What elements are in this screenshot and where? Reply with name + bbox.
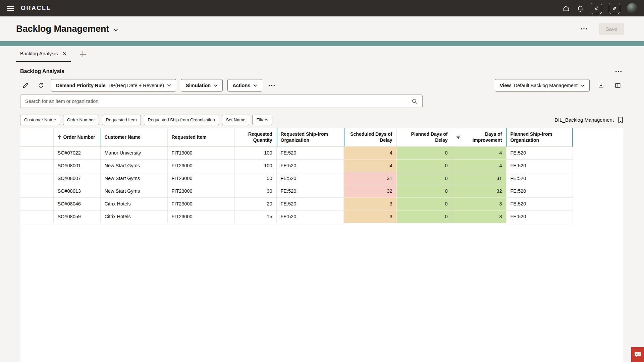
chip-customer-name[interactable]: Customer Name <box>20 115 60 125</box>
requested-item-cell: FIT23000 <box>167 210 234 223</box>
header-requested-quantity[interactable]: Requested Quantity <box>234 128 276 146</box>
table-row[interactable]: SO#08013 New Start Gyms FIT23000 30 FE:5… <box>20 185 573 197</box>
order-number-cell: SO#08059 <box>53 210 100 223</box>
header-planned-days-of-delay[interactable]: Planned Days of Delay <box>396 128 452 146</box>
tab-close-icon[interactable] <box>63 52 67 56</box>
pencil-icon <box>22 82 29 89</box>
days-improvement-cell: 4 <box>452 159 506 172</box>
demand-priority-rule-dropdown[interactable]: Demand Priority Rule DP(Req Date + Reven… <box>51 79 176 92</box>
actions-dropdown[interactable]: Actions <box>227 79 262 92</box>
planned-ship-from-cell: FE:520 <box>506 210 573 223</box>
planned-ship-from-cell: FE:520 <box>506 197 573 210</box>
header-scheduled-days-of-delay[interactable]: Scheduled Days of Delay <box>343 128 396 146</box>
row-selector-cell[interactable] <box>20 210 53 223</box>
customer-name-cell: New Start Gyms <box>100 159 167 172</box>
row-selector-cell[interactable] <box>20 159 53 172</box>
table-panel: Order Number Customer Name Requested Ite… <box>20 128 623 362</box>
header-requested-ship-from-organization[interactable]: Requested Ship-from Organization <box>276 128 343 146</box>
table-row[interactable]: SO#08046 Citrix Hotels FIT23000 20 FE:52… <box>20 197 573 210</box>
row-selector-cell[interactable] <box>20 185 53 197</box>
download-button[interactable] <box>596 80 606 91</box>
simulation-label: Simulation <box>186 83 211 88</box>
chat-bubble-icon <box>634 351 641 358</box>
requested-ship-from-cell: FE:520 <box>276 172 343 185</box>
pen-slash-icon <box>611 5 618 11</box>
customer-name-cell: Citrix Hotels <box>100 197 167 210</box>
section-header: Backlog Analysis <box>20 68 623 74</box>
chip-set-name[interactable]: Set Name <box>222 115 250 125</box>
search-icon[interactable] <box>411 98 418 105</box>
refresh-button[interactable] <box>36 80 46 91</box>
chip-requested-item[interactable]: Requested Item <box>102 115 141 125</box>
row-selector-cell[interactable] <box>20 197 53 210</box>
planned-delay-cell: 0 <box>396 197 452 210</box>
planned-ship-from-cell: FE:520 <box>506 159 573 172</box>
filter-icon[interactable] <box>456 136 461 139</box>
header-days-of-improvement[interactable]: Days of Improvement <box>452 128 506 146</box>
header-customer-name[interactable]: Customer Name <box>100 128 167 146</box>
planned-delay-cell: 0 <box>396 159 452 172</box>
row-selector-cell[interactable] <box>20 172 53 185</box>
table-row[interactable]: SO#08001 New Start Gyms FIT23000 100 FE:… <box>20 159 573 172</box>
search-input[interactable] <box>20 95 423 108</box>
notifications-button[interactable] <box>577 5 584 12</box>
page-title: Backlog Management <box>16 24 109 34</box>
planned-delay-cell: 0 <box>396 146 452 159</box>
header-order-number[interactable]: Order Number <box>53 128 100 146</box>
annotation-button[interactable] <box>609 3 620 14</box>
days-improvement-cell: 4 <box>452 146 506 159</box>
toolbar-overflow-button[interactable] <box>267 83 276 88</box>
tab-backlog-analysis[interactable]: Backlog Analysis <box>16 46 71 62</box>
page-title-bar: Backlog Management Save <box>0 16 644 41</box>
home-button[interactable] <box>562 5 570 12</box>
edit-button[interactable] <box>20 80 31 91</box>
scheduled-delay-cell: 3 <box>343 210 396 223</box>
split-view-button[interactable] <box>612 80 623 91</box>
chip-order-number[interactable]: Order Number <box>63 115 99 125</box>
chip-requested-ship-from-organization[interactable]: Requested Ship-from Organization <box>144 115 219 125</box>
header-planned-ship-from-organization[interactable]: Planned Ship-from Organization <box>506 128 573 146</box>
title-overflow-button[interactable] <box>579 26 589 31</box>
add-tab-button[interactable] <box>79 51 86 58</box>
scheduled-delay-cell: 4 <box>343 159 396 172</box>
table-row[interactable]: SO#07022 Manor University FIT13000 100 F… <box>20 146 573 159</box>
user-avatar[interactable] <box>627 3 637 13</box>
bookmark-icon[interactable] <box>618 117 623 123</box>
customer-name-cell: Citrix Hotels <box>100 210 167 223</box>
header-requested-item[interactable]: Requested Item <box>167 128 234 146</box>
requested-item-cell: FIT23000 <box>167 197 234 210</box>
customer-name-cell: New Start Gyms <box>100 172 167 185</box>
topbar-actions <box>562 3 637 14</box>
save-button[interactable]: Save <box>599 23 624 35</box>
scheduled-delay-cell: 4 <box>343 146 396 159</box>
page-title-chevron-down-icon[interactable] <box>113 28 118 32</box>
sort-ascending-icon[interactable] <box>58 135 61 140</box>
table-row[interactable]: SO#08059 Citrix Hotels FIT23000 15 FE:52… <box>20 210 573 223</box>
hamburger-menu-button[interactable] <box>5 3 16 14</box>
backlog-management-app: ORACLE <box>0 0 644 362</box>
chip-filters[interactable]: Filters <box>252 115 272 125</box>
decorative-banner <box>0 41 644 46</box>
section-overflow-button[interactable] <box>614 69 623 74</box>
planned-delay-cell: 0 <box>396 172 452 185</box>
simulation-dropdown[interactable]: Simulation <box>181 79 223 92</box>
content-area: Backlog Analysis Demand Priority Rule <box>0 68 644 125</box>
tab-bar: Backlog Analysis <box>0 46 644 62</box>
global-header: ORACLE <box>0 0 644 16</box>
view-dropdown[interactable]: View Default Backlog Management <box>495 79 590 92</box>
table-row[interactable]: SO#08007 New Start Gyms FIT23000 50 FE:5… <box>20 172 573 185</box>
customer-name-cell: Manor University <box>100 146 167 159</box>
requested-item-cell: FIT23000 <box>167 159 234 172</box>
refresh-icon <box>38 82 44 89</box>
chevron-down-icon <box>167 84 171 87</box>
planned-ship-from-cell: FE:520 <box>506 172 573 185</box>
assistant-button[interactable] <box>591 3 602 14</box>
requested-quantity-cell: 20 <box>234 197 276 210</box>
planned-ship-from-cell: FE:520 <box>506 146 573 159</box>
feedback-chat-button[interactable] <box>631 347 644 362</box>
days-improvement-cell: 32 <box>452 185 506 197</box>
actions-label: Actions <box>232 83 250 88</box>
header-row-selector <box>20 128 53 146</box>
requested-item-cell: FIT23000 <box>167 172 234 185</box>
row-selector-cell[interactable] <box>20 146 53 159</box>
